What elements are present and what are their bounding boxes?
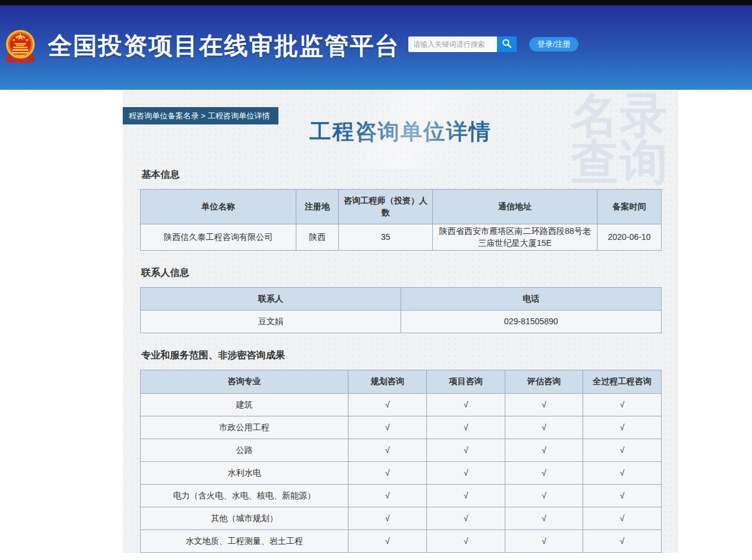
table-cell: √ (427, 394, 505, 416)
search-bar (408, 36, 517, 52)
table-row: 其他（城市规划）√√√√ (141, 507, 662, 530)
section-title-basic-info: 基本信息 (141, 169, 661, 181)
table-cell: √ (505, 462, 583, 485)
table-cell: √ (583, 530, 662, 553)
breadcrumb[interactable]: 程咨询单位备案名录 > 工程咨询单位详情 (123, 107, 278, 124)
header-main: 全国投资项目在线审批监管平台 登录/注册 (0, 5, 752, 90)
table-row: 豆文娟029-81505890 (141, 311, 662, 333)
table-cell: √ (505, 394, 583, 416)
table-cell: 35 (339, 224, 433, 251)
page-banner: 程咨询单位备案名录 > 工程咨询单位详情 工程咨询单位详情 (123, 90, 678, 169)
table-cell: 陕西省西安市雁塔区南二环路西段88号老三庙世纪星大厦15E (433, 224, 598, 251)
table-header-row: 咨询专业规划咨询项目咨询评估咨询全过程工程咨询 (141, 370, 662, 394)
table-cell: 豆文娟 (141, 311, 401, 333)
column-header: 单位名称 (141, 190, 296, 224)
column-header: 咨询工程师（投资）人数 (339, 190, 433, 224)
table-cell: √ (505, 485, 583, 507)
table-cell: 陕西信久泰工程咨询有限公司 (141, 224, 296, 251)
table-row: 市政公用工程√√√√ (141, 416, 662, 439)
column-header: 备案时间 (598, 190, 662, 224)
basic-info-table: 单位名称注册地咨询工程师（投资）人数通信地址备案时间 陕西信久泰工程咨询有限公司… (140, 189, 662, 251)
table-row: 水利水电√√√√ (141, 462, 662, 485)
table-cell: 电力（含火电、水电、核电、新能源） (141, 485, 348, 507)
table-cell: √ (427, 485, 505, 507)
section-title-services: 专业和服务范围、非涉密咨询成果 (141, 349, 661, 362)
table-cell: √ (427, 462, 505, 485)
table-cell: √ (348, 394, 427, 416)
column-header: 注册地 (296, 190, 339, 224)
table-cell: √ (583, 485, 662, 507)
search-input[interactable] (408, 36, 497, 52)
table-cell: √ (348, 462, 427, 485)
content-panel: 名录 查询 程咨询单位备案名录 > 工程咨询单位详情 工程咨询单位详情 基本信息… (123, 90, 678, 553)
search-button[interactable] (497, 36, 517, 52)
column-header: 咨询专业 (141, 370, 348, 394)
section-title-contact-info: 联系人信息 (141, 267, 661, 279)
table-cell: √ (583, 507, 662, 530)
table-cell: 其他（城市规划） (141, 507, 348, 530)
table-cell: √ (505, 507, 583, 530)
national-emblem-logo (5, 28, 36, 65)
table-cell: 公路 (141, 439, 348, 462)
table-row: 建筑√√√√ (141, 394, 662, 416)
table-cell: √ (427, 416, 505, 439)
table-cell: √ (583, 439, 662, 462)
table-cell: √ (427, 507, 505, 530)
login-register-button[interactable]: 登录/注册 (529, 37, 578, 51)
table-cell: √ (348, 485, 427, 507)
table-cell: 029-81505890 (401, 311, 662, 333)
table-header-row: 单位名称注册地咨询工程师（投资）人数通信地址备案时间 (141, 190, 662, 224)
basic-info-section: 基本信息 单位名称注册地咨询工程师（投资）人数通信地址备案时间 陕西信久泰工程咨… (140, 169, 661, 251)
column-header: 评估咨询 (505, 370, 583, 394)
table-cell: 建筑 (141, 394, 348, 416)
table-cell: √ (505, 530, 583, 553)
column-header: 全过程工程咨询 (583, 370, 662, 394)
table-cell: 市政公用工程 (141, 416, 348, 439)
table-cell: √ (348, 416, 427, 439)
column-header: 规划咨询 (348, 370, 427, 394)
services-table: 咨询专业规划咨询项目咨询评估咨询全过程工程咨询 建筑√√√√市政公用工程√√√√… (140, 370, 662, 553)
site-header: 全国投资项目在线审批监管平台 登录/注册 (0, 0, 752, 90)
table-cell: √ (348, 507, 427, 530)
services-section: 专业和服务范围、非涉密咨询成果 咨询专业规划咨询项目咨询评估咨询全过程工程咨询 … (140, 349, 661, 553)
column-header: 通信地址 (433, 190, 598, 224)
table-row: 水文地质、工程测量、岩土工程√√√√ (141, 530, 662, 553)
column-header: 项目咨询 (427, 370, 505, 394)
table-cell: √ (427, 439, 505, 462)
site-title: 全国投资项目在线审批监管平台 (48, 29, 400, 62)
topbar (0, 0, 752, 5)
contact-info-section: 联系人信息 联系人电话 豆文娟029-81505890 (140, 267, 661, 334)
table-cell: 2020-06-10 (598, 224, 662, 251)
table-cell: √ (583, 394, 662, 416)
table-cell: √ (505, 416, 583, 439)
table-cell: 水文地质、工程测量、岩土工程 (141, 530, 348, 553)
table-row: 电力（含火电、水电、核电、新能源）√√√√ (141, 485, 662, 507)
table-cell: √ (505, 439, 583, 462)
table-cell: 水利水电 (141, 462, 348, 485)
table-row: 陕西信久泰工程咨询有限公司陕西35陕西省西安市雁塔区南二环路西段88号老三庙世纪… (141, 224, 662, 251)
column-header: 联系人 (141, 287, 401, 311)
main-content: 名录 查询 程咨询单位备案名录 > 工程咨询单位详情 工程咨询单位详情 基本信息… (0, 90, 752, 553)
table-cell: √ (348, 439, 427, 462)
table-cell: 陕西 (296, 224, 339, 251)
detail-sections: 基本信息 单位名称注册地咨询工程师（投资）人数通信地址备案时间 陕西信久泰工程咨… (123, 169, 678, 553)
table-cell: √ (427, 530, 505, 553)
table-row: 公路√√√√ (141, 439, 662, 462)
column-header: 电话 (401, 287, 662, 311)
table-cell: √ (583, 462, 662, 485)
table-cell: √ (583, 416, 662, 439)
table-cell: √ (348, 530, 427, 553)
table-header-row: 联系人电话 (141, 287, 662, 311)
search-icon (502, 38, 512, 50)
contact-info-table: 联系人电话 豆文娟029-81505890 (140, 287, 662, 334)
